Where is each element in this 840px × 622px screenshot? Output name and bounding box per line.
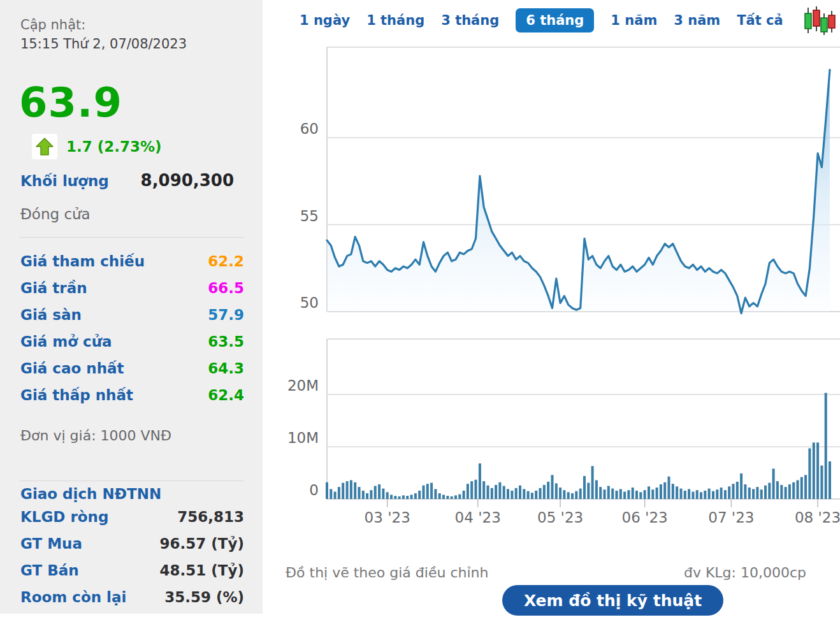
volume-bar-chart[interactable]: 20M10M003 '2304 '2305 '2306 '2307 '2308 …	[263, 338, 840, 535]
price-info-value: 57.9	[208, 307, 244, 323]
price-unit-note: Đơn vị giá: 1000 VNĐ	[20, 428, 171, 444]
price-info-value: 64.3	[208, 360, 244, 377]
price-info-row: Giá thấp nhất62.4	[20, 387, 244, 414]
stock-detail-page: Cập nhật: 15:15 Thứ 2, 07/08/2023 63.9 1…	[0, 0, 840, 622]
svg-text:20M: 20M	[287, 377, 319, 394]
tab-tất-cả[interactable]: Tất cả	[737, 13, 783, 28]
foreign-info-row: GT Mua96.57 (Tỷ)	[20, 535, 244, 562]
price-info-value: 63.5	[208, 333, 244, 350]
price-info-label: Giá mở cửa	[20, 333, 112, 350]
tab-6-tháng[interactable]: 6 tháng	[516, 8, 594, 33]
tab-1-ngày[interactable]: 1 ngày	[300, 13, 350, 28]
svg-text:0: 0	[309, 482, 319, 498]
price-info-value: 62.4	[208, 387, 244, 403]
price-info-row: Giá mở cửa63.5	[20, 333, 244, 360]
foreign-info-value: 96.57 (Tỷ)	[160, 535, 244, 552]
price-info-label: Giá sàn	[20, 307, 82, 323]
price-info-row: Giá cao nhất64.3	[20, 360, 244, 387]
price-info-table: Giá tham chiếu62.2Giá trần66.5Giá sàn57.…	[20, 253, 244, 414]
svg-text:50: 50	[300, 294, 319, 311]
foreign-info-row: Room còn lại35.59 (%)	[20, 589, 244, 616]
svg-text:03 '23: 03 '23	[365, 509, 410, 526]
adjusted-price-note: Đồ thị vẽ theo giá điều chỉnh	[286, 565, 488, 581]
svg-text:04 '23: 04 '23	[455, 509, 501, 526]
foreign-info-row: GT Bán48.51 (Tỷ)	[20, 562, 244, 589]
svg-text:05 '23: 05 '23	[537, 509, 583, 526]
technical-chart-button[interactable]: Xem đồ thị kỹ thuật	[502, 585, 723, 616]
foreign-trading-table: KLGD ròng756,813GT Mua96.57 (Tỷ)GT Bán48…	[20, 509, 244, 616]
updated-label: Cập nhật:	[20, 15, 244, 34]
svg-text:55: 55	[300, 208, 319, 224]
foreign-info-value: 756,813	[177, 509, 244, 525]
foreign-info-label: KLGD ròng	[20, 509, 108, 525]
updated-time: 15:15 Thứ 2, 07/08/2023	[20, 34, 244, 54]
divider	[19, 481, 244, 481]
foreign-info-value: 35.59 (%)	[164, 589, 244, 605]
candlestick-chart-icon[interactable]	[802, 6, 836, 35]
foreign-trading-header: Giao dịch NĐTNN	[20, 486, 161, 502]
volume-label: Khối lượng	[20, 173, 109, 189]
price-info-label: Giá trần	[20, 280, 87, 296]
price-info-label: Giá cao nhất	[20, 360, 124, 377]
stock-summary-sidebar: Cập nhật: 15:15 Thứ 2, 07/08/2023 63.9 1…	[0, 0, 263, 614]
price-info-row: Giá tham chiếu62.2	[20, 253, 244, 280]
price-info-value: 62.2	[208, 253, 244, 270]
tab-1-năm[interactable]: 1 năm	[611, 13, 657, 28]
svg-text:07 '23: 07 '23	[708, 509, 754, 526]
volume-unit-note: đv KLg: 10,000cp	[684, 565, 806, 581]
svg-text:06 '23: 06 '23	[622, 509, 668, 526]
up-arrow-icon	[32, 134, 57, 159]
close-label: Đóng cửa	[20, 206, 91, 222]
svg-text:60: 60	[300, 120, 319, 137]
volume-value: 8,090,300	[141, 171, 234, 190]
tab-3-tháng[interactable]: 3 tháng	[441, 13, 499, 28]
foreign-info-row: KLGD ròng756,813	[20, 509, 244, 535]
time-range-tabs: 1 ngày1 tháng3 tháng6 tháng1 năm3 nămTất…	[300, 6, 836, 34]
price-change-row: 1.7 (2.73%)	[32, 134, 162, 159]
last-price: 63.9	[19, 79, 122, 126]
price-info-label: Giá thấp nhất	[20, 387, 133, 403]
foreign-info-value: 48.51 (Tỷ)	[160, 562, 244, 579]
price-info-row: Giá trần66.5	[20, 280, 244, 307]
volume-row: Khối lượng 8,090,300	[20, 171, 234, 190]
price-info-label: Giá tham chiếu	[20, 253, 145, 270]
svg-text:10M: 10M	[287, 430, 319, 446]
foreign-info-label: GT Mua	[20, 535, 82, 552]
foreign-info-label: Room còn lại	[20, 589, 126, 605]
tab-3-năm[interactable]: 3 năm	[674, 13, 720, 28]
price-info-value: 66.5	[208, 280, 244, 296]
price-change-value: 1.7 (2.73%)	[66, 138, 162, 155]
svg-text:08 '23: 08 '23	[795, 509, 840, 526]
foreign-info-label: GT Bán	[20, 562, 79, 579]
price-area-chart[interactable]: 605550	[263, 46, 840, 320]
divider	[19, 237, 244, 238]
tab-1-tháng[interactable]: 1 tháng	[366, 13, 424, 28]
price-info-row: Giá sàn57.9	[20, 307, 244, 333]
